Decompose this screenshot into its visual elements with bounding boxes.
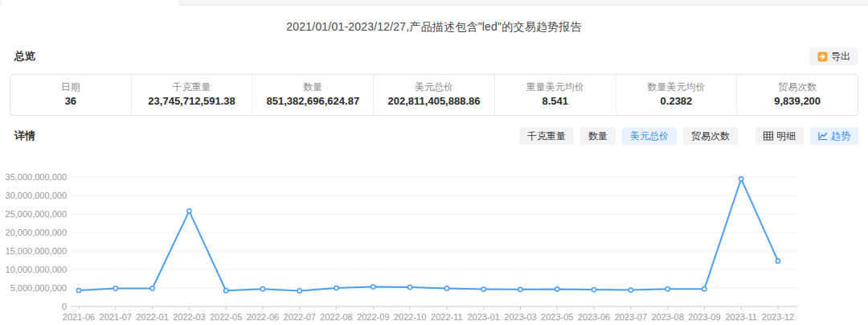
y-axis-tick-label: 5,000,000,000 [10,283,67,293]
view-button-trend-chart[interactable]: 趋势 [810,127,858,145]
trend-chart-area: 05,000,000,00010,000,000,00015,000,000,0… [0,165,868,325]
summary-cell-kg-weight: 千克重量 23,745,712,591.38 [132,75,253,115]
data-point[interactable] [702,287,706,291]
x-axis-tick-label: 2023-11 [725,312,757,322]
summary-cell-usd-per-quantity: 数量美元均价 0.2382 [616,75,738,115]
x-axis-tick-label: 2023-12 [762,312,794,322]
data-point[interactable] [739,177,743,181]
x-axis-tick-label: 2023-01 [468,312,500,322]
summary-cell-usd-total: 美元总价 202,811,405,888.86 [374,75,495,115]
x-axis-tick-label: 2022-09 [357,312,389,322]
y-axis-tick-label: 10,000,000,000 [6,265,67,274]
x-axis-tick-label: 2022-11 [431,312,463,322]
x-axis-tick-label: 2023-07 [615,312,647,322]
data-point[interactable] [76,288,80,292]
data-point[interactable] [592,287,596,291]
x-axis-tick-label: 2022-07 [284,312,316,322]
y-axis-tick-label: 0 [62,302,67,311]
summary-cell-quantity: 数量 851,382,696,624.87 [252,75,374,115]
data-point[interactable] [260,287,264,291]
metric-button-usd-total[interactable]: 美元总价 [622,127,677,145]
data-point[interactable] [224,289,228,293]
summary-header: 重量美元均价 [495,80,616,94]
summary-value: 9,839,200 [737,94,858,109]
data-point[interactable] [481,287,485,291]
summary-header: 数量美元均价 [616,80,737,94]
y-axis-tick-label: 15,000,000,000 [6,246,67,256]
summary-value: 851,382,696,624.87 [252,94,373,109]
metric-button-kg-weight[interactable]: 千克重量 [519,127,574,145]
data-point[interactable] [334,286,338,290]
x-axis-tick-label: 2022-08 [320,312,352,322]
data-point[interactable] [518,287,522,291]
x-axis-tick-label: 2023-06 [578,312,610,322]
data-point[interactable] [665,287,669,291]
details-section-header: 详情 千克重量 数量 美元总价 贸易次数 明细 [10,126,858,146]
y-axis-tick-label: 35,000,000,000 [6,172,67,182]
x-axis-tick-label: 2023-08 [651,312,683,322]
summary-cell-usd-per-weight: 重量美元均价 8.541 [495,75,616,115]
trend-line-chart[interactable]: 05,000,000,00010,000,000,00015,000,000,0… [0,165,868,325]
data-point[interactable] [555,287,559,291]
view-button-detail-table[interactable]: 明细 [755,127,804,145]
summary-value: 36 [10,94,131,109]
x-axis-tick-label: 2022-05 [210,312,242,322]
x-axis-tick-label: 2022-06 [247,312,279,322]
summary-value: 0.2382 [616,94,737,109]
view-button-label: 明细 [776,130,796,142]
x-axis-tick-label: 2022-10 [394,312,426,322]
data-point[interactable] [444,286,448,290]
view-button-label: 趋势 [831,130,850,142]
summary-header: 贸易次数 [737,80,858,94]
metric-button-trade-count[interactable]: 贸易次数 [683,127,738,145]
x-axis-tick-label: 2023-09 [688,312,720,322]
overview-section-label: 总览 [10,49,35,64]
active-tab-segment[interactable] [2,0,178,6]
data-point[interactable] [408,285,412,289]
x-axis-tick-label: 2022-01 [136,312,168,322]
metric-button-label: 贸易次数 [691,130,730,142]
details-section-label: 详情 [10,129,35,143]
summary-header: 千克重量 [132,80,252,94]
x-axis-tick-label: 2021-06 [63,312,95,322]
data-point[interactable] [628,288,633,292]
metric-button-label: 千克重量 [527,130,566,142]
x-axis-tick-label: 2021-07 [100,312,132,322]
metric-button-label: 数量 [588,130,608,142]
y-axis-tick-label: 20,000,000,000 [6,228,67,237]
data-point[interactable] [776,259,780,263]
summary-header: 数量 [252,80,373,94]
top-tab-strip [0,0,868,6]
report-title: 2021/01/01-2023/12/27,产品描述包含"led"的交易趋势报告 [0,20,868,35]
export-arrow-icon [817,51,828,62]
export-button-label: 导出 [831,51,850,62]
data-point[interactable] [297,289,301,293]
table-grid-icon [764,131,773,141]
overview-section-header: 总览 导出 [10,47,858,66]
data-point[interactable] [187,209,191,213]
summary-cell-trade-count: 贸易次数 9,839,200 [737,75,858,115]
metric-button-label: 美元总价 [630,130,669,142]
x-axis-tick-label: 2023-03 [504,312,536,322]
y-axis-tick-label: 25,000,000,000 [6,209,67,219]
data-point[interactable] [371,285,375,289]
data-point[interactable] [150,286,154,290]
summary-value: 23,745,712,591.38 [132,94,252,109]
summary-value: 202,811,405,888.86 [374,94,494,109]
line-chart-icon [818,131,828,141]
export-button[interactable]: 导出 [809,47,858,65]
metric-button-quantity[interactable]: 数量 [580,127,616,145]
y-axis-tick-label: 30,000,000,000 [6,191,67,200]
x-axis-tick-label: 2023-05 [541,312,573,322]
x-axis-tick-label: 2022-03 [173,312,205,322]
summary-cell-date: 日期 36 [10,75,132,115]
summary-header: 美元总价 [374,80,494,94]
summary-value: 8.541 [495,94,616,109]
details-button-group: 千克重量 数量 美元总价 贸易次数 明细 [513,127,858,145]
data-point[interactable] [113,286,117,290]
overview-summary-table: 日期 36 千克重量 23,745,712,591.38 数量 851,382,… [10,74,858,116]
summary-header: 日期 [10,80,131,94]
